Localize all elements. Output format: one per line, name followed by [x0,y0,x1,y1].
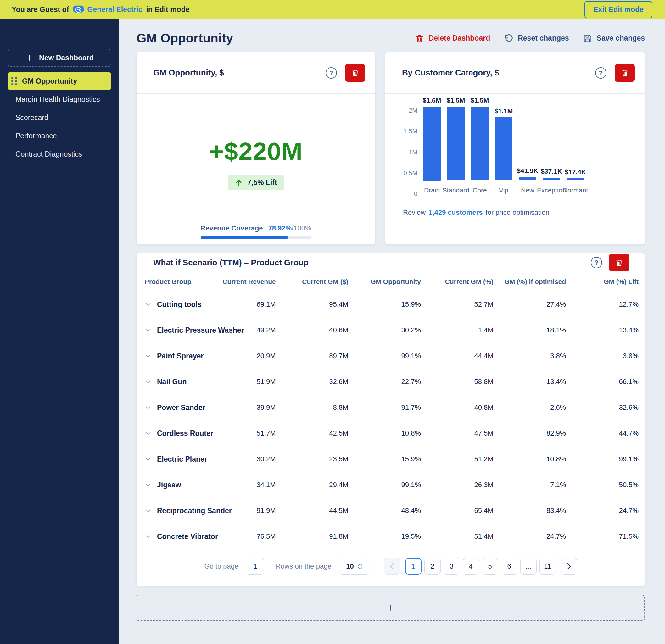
bar-column-new: $41.9KNew [519,97,536,194]
ge-logo-icon [73,4,84,15]
rows-per-page-select[interactable]: 10 [339,558,370,574]
undo-icon [504,34,513,43]
trash-icon [415,34,424,43]
lift-badge-label: 7,5% Lift [247,178,277,187]
drag-handle-icon[interactable] [11,77,17,85]
delete-widget-button[interactable] [615,64,635,82]
sidebar-item-contract-diagnostics[interactable]: Contract Diagnostics [7,145,111,163]
coverage-progress-fill [201,236,288,239]
product-group-name: Cutting tools [157,300,202,309]
page-button-11[interactable]: 11 [539,558,556,574]
column-header-gm-lift: GM (%) Lift [566,278,639,286]
what-if-scenario-card: What if Scenario (TTM) – Product Group P… [136,253,645,586]
bar-standard [447,106,464,180]
delete-widget-button[interactable] [609,254,629,271]
delete-dashboard-label: Delete Dashboard [429,34,490,42]
sidebar-item-label: Scorecard [15,114,49,122]
x-axis-label: Standard [442,180,469,194]
page-button-4[interactable]: 4 [463,558,479,574]
reset-changes-button[interactable]: Reset changes [504,34,569,43]
bar-value-label: $1.5M [471,97,489,104]
table-row-nail-gun: Nail Gun51.9M32.6M22.7%58.8M13.4%66.1% [145,369,639,395]
row-expand-chevron[interactable] [145,327,152,334]
table-row-cordless-router: Cordless Router51.7M42.5M10.8%47.5M82.9%… [145,421,639,446]
edit-mode-banner: You are Guest of General Electric in Edi… [0,0,665,19]
table-cell: 51.9M [203,378,276,386]
page-button-2[interactable]: 2 [424,558,441,574]
add-widget-area[interactable] [136,594,645,621]
review-line: Review 1,429 customers for price optimis… [403,209,632,217]
sidebar-item-performance[interactable]: Performance [7,127,111,145]
delete-widget-button[interactable] [345,64,365,82]
row-expand-chevron[interactable] [145,430,152,437]
bar-value-label: $41.9K [517,167,538,175]
bar-exception [543,178,560,180]
bar-column-vip: $1.1MVip [495,97,512,194]
product-group-cell: Power Sander [145,404,203,412]
row-expand-chevron[interactable] [145,507,152,514]
exit-edit-mode-button[interactable]: Exit Edit mode [585,1,652,18]
table-cell: 24.7% [566,507,639,515]
y-axis-tick: 0 [414,190,417,197]
table-cell: 51.4M [421,532,494,541]
page-button-6[interactable]: 6 [501,558,517,574]
x-axis-label: New [521,180,534,194]
page-ellipsis-button[interactable]: ... [520,558,537,574]
page-button-5[interactable]: 5 [482,558,498,574]
sidebar-item-label: Margin Health Diagnostics [15,95,100,104]
table-cell: 44.7% [566,429,639,437]
table-cell: 3.8% [566,352,639,360]
table-cell: 99.1% [566,455,639,463]
trash-icon [615,258,624,267]
row-expand-chevron[interactable] [145,482,152,488]
go-to-page-input[interactable] [246,558,264,574]
column-header-current-gm: Current GM (%) [421,278,494,286]
previous-page-button[interactable] [384,558,400,574]
row-expand-chevron[interactable] [145,404,152,411]
trash-icon [621,69,629,77]
sidebar-item-margin-health-diagnostics[interactable]: Margin Health Diagnostics [7,90,111,109]
table-cell: 91.9M [203,507,276,515]
table-cell: 18.1% [494,326,566,334]
row-expand-chevron[interactable] [145,456,152,463]
row-expand-chevron[interactable] [145,378,152,385]
sidebar-item-scorecard[interactable]: Scorecard [7,109,111,127]
chevron-down-icon [145,456,152,463]
table-cell: 12.7% [566,300,639,309]
y-axis-tick: 0.5M [404,170,417,177]
table-cell: 42.5M [276,429,348,437]
product-group-name: Power Sander [157,404,205,412]
table-cell: 32.6M [276,378,348,386]
bar-column-core: $1.5MCore [471,97,489,194]
page-button-3[interactable]: 3 [443,558,460,574]
gm-opportunity-value: +$220M [209,137,303,166]
table-cell: 30.2M [203,455,276,463]
new-dashboard-button[interactable]: New Dashboard [7,49,111,67]
help-icon[interactable] [591,257,602,268]
table-cell: 48.4% [348,507,421,515]
row-expand-chevron[interactable] [145,301,152,308]
customers-link[interactable]: 1,429 customers [429,209,482,217]
next-page-button[interactable] [561,558,577,574]
bar-value-label: $37.1K [541,168,562,175]
table-cell: 39.9M [203,404,276,412]
page-button-1[interactable]: 1 [405,558,421,574]
product-group-name: Nail Gun [157,378,187,386]
chevron-right-icon [567,563,571,570]
row-expand-chevron[interactable] [145,533,152,540]
delete-dashboard-button[interactable]: Delete Dashboard [415,34,490,43]
table-cell: 15.9% [348,455,421,463]
table-cell: 19.5% [348,532,421,541]
customer-category-bar-chart: 00.5M1M1.5M2M $1.6MDrain$1.5MStandard$1.… [403,111,632,194]
save-changes-button[interactable]: Save changes [583,34,645,43]
row-expand-chevron[interactable] [145,352,152,359]
sidebar-nav: GM OpportunityMargin Health DiagnosticsS… [7,72,111,163]
y-axis: 00.5M1M1.5M2M [403,111,423,194]
trash-icon [351,69,360,77]
sidebar-item-gm-opportunity[interactable]: GM Opportunity [7,72,111,90]
table-cell: 27.4% [494,300,566,309]
company-link[interactable]: General Electric [73,4,142,15]
table-row-cutting-tools: Cutting tools69.1M95.4M15.9%52.7M27.4%12… [145,292,639,317]
help-icon[interactable] [326,67,337,79]
help-icon[interactable] [595,67,607,79]
